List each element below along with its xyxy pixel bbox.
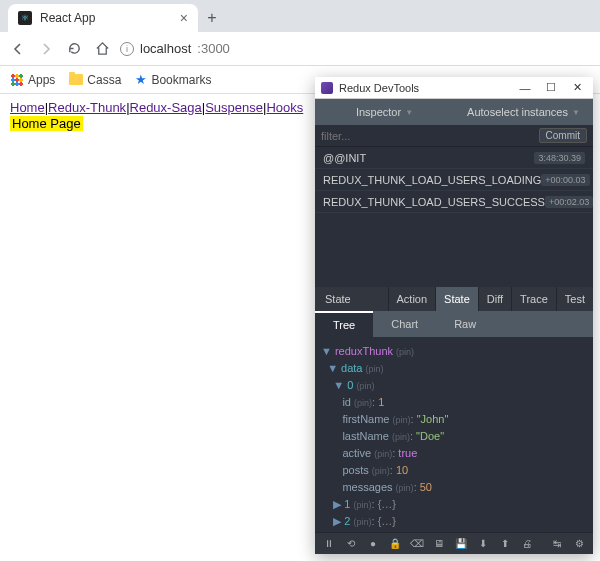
tab-chart[interactable]: Chart <box>373 311 436 337</box>
bookmark-cassa[interactable]: Cassa <box>69 73 121 87</box>
bookmark-bookmarks[interactable]: ★Bookmarks <box>135 72 211 87</box>
devtools-title: Redux DevTools <box>339 82 419 94</box>
link-suspense[interactable]: Suspense <box>205 100 263 115</box>
monitor-icon[interactable]: 🖥 <box>429 535 449 553</box>
minimize-button[interactable]: — <box>515 82 535 94</box>
timestamp-badge: +00:02.03 <box>545 196 593 208</box>
tab-action[interactable]: Action <box>388 287 436 311</box>
settings-icon[interactable]: ⚙ <box>569 535 589 553</box>
link-hooks[interactable]: Hooks <box>266 100 303 115</box>
star-icon: ★ <box>135 72 147 87</box>
folder-icon <box>69 74 83 85</box>
new-tab-button[interactable]: + <box>198 4 226 32</box>
tab-trace[interactable]: Trace <box>511 287 556 311</box>
upload-icon[interactable]: ⬆ <box>495 535 515 553</box>
page-title: Home Page <box>10 116 83 131</box>
tab-title: React App <box>40 11 95 25</box>
record-icon[interactable]: ● <box>363 535 383 553</box>
tab-diff[interactable]: Diff <box>478 287 511 311</box>
state-tabs-row: State Action State Diff Trace Test <box>315 287 593 311</box>
link-redux-thunk[interactable]: Redux-Thunk <box>48 100 126 115</box>
commit-button[interactable]: Commit <box>539 128 587 143</box>
home-button[interactable] <box>92 39 112 59</box>
action-list-empty <box>315 213 593 287</box>
slider-icon[interactable]: ↹ <box>547 535 567 553</box>
print-icon[interactable]: 🖨 <box>517 535 537 553</box>
tab-raw[interactable]: Raw <box>436 311 494 337</box>
tab-state[interactable]: State <box>435 287 478 311</box>
instances-select[interactable]: Autoselect instances▼ <box>454 106 593 118</box>
inspector-select[interactable]: Inspector▼ <box>315 106 454 118</box>
save-icon[interactable]: 💾 <box>451 535 471 553</box>
browser-tab-bar: ⚛ React App × + <box>0 0 600 32</box>
timestamp-badge: 3:48:30.39 <box>534 152 585 164</box>
reload-button[interactable] <box>64 39 84 59</box>
tab-tree[interactable]: Tree <box>315 311 373 337</box>
apps-shortcut[interactable]: Apps <box>10 73 55 87</box>
action-row[interactable]: REDUX_THUNK_LOAD_USERS_SUCCESS+00:02.03 <box>315 191 593 213</box>
filter-input[interactable] <box>321 130 533 142</box>
site-info-icon[interactable]: i <box>120 42 134 56</box>
action-row[interactable]: REDUX_THUNK_LOAD_USERS_LOADING+00:00.03 <box>315 169 593 191</box>
pause-icon[interactable]: ⏸ <box>319 535 339 553</box>
browser-tab[interactable]: ⚛ React App × <box>8 4 198 32</box>
action-row[interactable]: @@INIT3:48:30.39 <box>315 147 593 169</box>
action-list: @@INIT3:48:30.39 REDUX_THUNK_LOAD_USERS_… <box>315 147 593 213</box>
state-tree[interactable]: ▼ reduxThunk (pin) ▼ data (pin) ▼ 0 (pin… <box>315 337 593 532</box>
maximize-button[interactable]: ☐ <box>541 81 561 94</box>
filter-row: Commit <box>315 125 593 147</box>
back-button[interactable] <box>8 39 28 59</box>
step-back-icon[interactable]: ⟲ <box>341 535 361 553</box>
view-tabs-row: Tree Chart Raw <box>315 311 593 337</box>
chevron-down-icon: ▼ <box>572 108 580 117</box>
clear-icon[interactable]: ⌫ <box>407 535 427 553</box>
close-tab-icon[interactable]: × <box>180 10 188 26</box>
lock-icon[interactable]: 🔒 <box>385 535 405 553</box>
timestamp-badge: +00:00.03 <box>541 174 589 186</box>
devtools-bottom-toolbar: ⏸ ⟲ ● 🔒 ⌫ 🖥 💾 ⬇ ⬆ 🖨 ↹ ⚙ <box>315 532 593 554</box>
url-port: :3000 <box>197 41 230 56</box>
link-redux-saga[interactable]: Redux-Saga <box>130 100 202 115</box>
download-icon[interactable]: ⬇ <box>473 535 493 553</box>
link-home[interactable]: Home <box>10 100 45 115</box>
address-bar[interactable]: i localhost:3000 <box>120 41 230 56</box>
apps-icon <box>10 73 24 87</box>
devtools-titlebar: Redux DevTools — ☐ ✕ <box>315 77 593 99</box>
close-button[interactable]: ✕ <box>567 81 587 94</box>
tab-test[interactable]: Test <box>556 287 593 311</box>
browser-toolbar: i localhost:3000 <box>0 32 600 66</box>
forward-button[interactable] <box>36 39 56 59</box>
redux-devtools-panel: Redux DevTools — ☐ ✕ Inspector▼ Autosele… <box>315 77 593 554</box>
redux-icon <box>321 82 333 94</box>
devtools-header: Inspector▼ Autoselect instances▼ <box>315 99 593 125</box>
state-label: State <box>315 293 361 305</box>
chevron-down-icon: ▼ <box>405 108 413 117</box>
react-favicon: ⚛ <box>18 11 32 25</box>
url-host: localhost <box>140 41 191 56</box>
